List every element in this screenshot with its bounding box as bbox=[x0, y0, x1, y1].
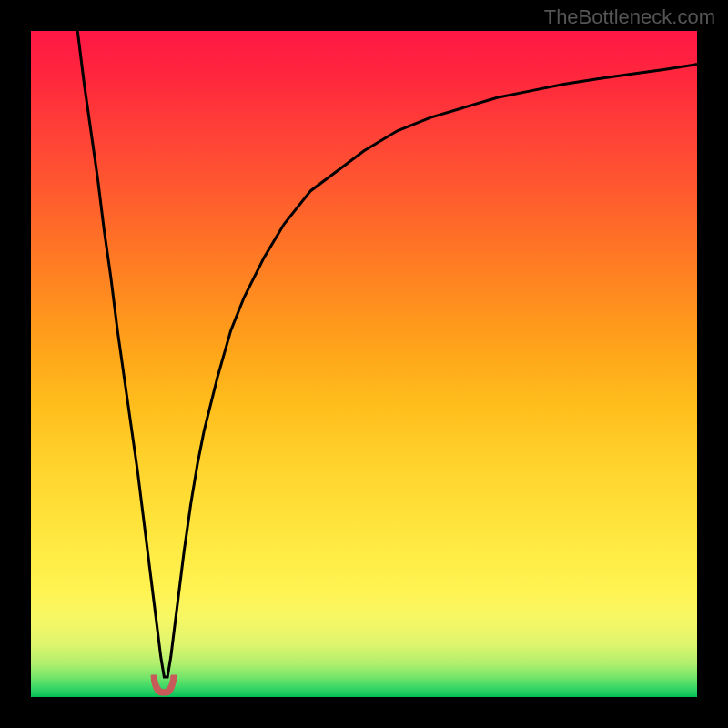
bottleneck-curve bbox=[31, 31, 697, 697]
minimum-marker bbox=[149, 673, 178, 697]
watermark: TheBottleneck.com bbox=[544, 5, 715, 29]
plot-area bbox=[31, 31, 697, 697]
